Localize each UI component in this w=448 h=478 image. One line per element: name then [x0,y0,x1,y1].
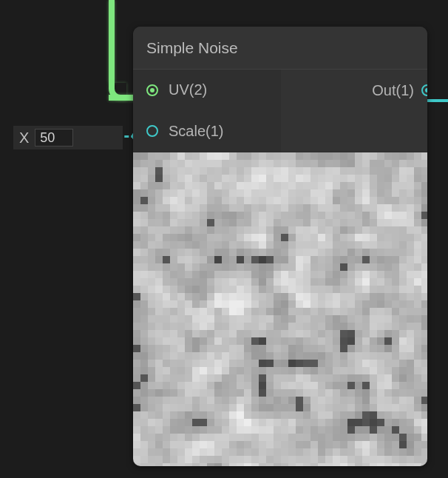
connection-wire-uv [109,0,115,83]
node-title: Simple Noise [146,39,238,57]
float-label: X [19,129,29,147]
node-preview [133,152,427,466]
node-outputs: Out(1) [281,70,427,152]
node-simple-noise[interactable]: Simple Noise UV(2) Scale(1) Out(1) [133,27,427,466]
port-socket-icon[interactable] [421,84,427,96]
port-socket-icon[interactable] [146,84,158,96]
port-label: Out(1) [372,82,414,99]
noise-preview-canvas [133,152,427,466]
node-header[interactable]: Simple Noise [133,27,427,70]
port-label: UV(2) [169,81,207,98]
output-port-out[interactable]: Out(1) [281,70,427,111]
node-ports: UV(2) Scale(1) Out(1) [133,70,427,152]
port-socket-icon[interactable] [146,125,158,137]
port-label: Scale(1) [169,123,223,140]
float-node[interactable]: X [13,126,123,149]
input-port-scale[interactable]: Scale(1) [133,111,281,152]
float-value-input[interactable] [35,129,73,147]
input-port-uv[interactable]: UV(2) [133,70,281,111]
node-inputs: UV(2) Scale(1) [133,70,281,152]
